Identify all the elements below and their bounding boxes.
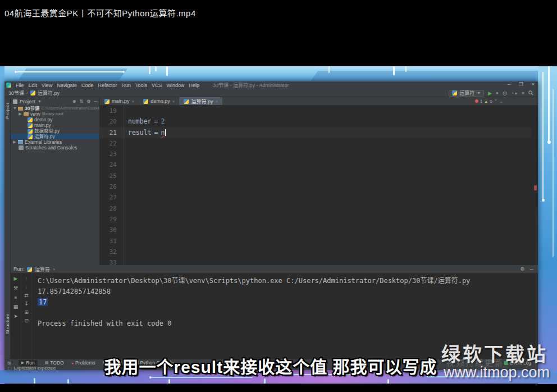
- next-error-icon[interactable]: ⌄: [499, 99, 503, 104]
- editor-gutter: 19 20 21 22 23 24 25 26 27 28 29 30 31 3…: [100, 106, 124, 265]
- tree-item-external-libraries[interactable]: ▶ External Libraries: [11, 139, 99, 145]
- settings-gear-icon[interactable]: ⚙: [86, 99, 90, 104]
- restore-layout-icon[interactable]: ▦: [13, 304, 19, 309]
- minimize-button[interactable]: –: [508, 81, 510, 87]
- tree-item-project-root[interactable]: ▼ 30节课 C:\Users\Administrator\Desktop\30…: [11, 106, 99, 111]
- pycharm-window: File Edit View Navigate Code Refactor Ru…: [4, 81, 538, 370]
- expand-arrow-icon[interactable]: ▼: [13, 106, 16, 111]
- close-tab-icon[interactable]: ×: [172, 99, 175, 104]
- editor-area: main.py × demo.py × 运算符.py × 1 ▲: [100, 97, 538, 265]
- menu-file[interactable]: File: [16, 83, 24, 88]
- light-streak: [15, 71, 17, 73]
- python-file-icon: [28, 129, 33, 134]
- tab-operators-py[interactable]: 运算符.py ×: [179, 97, 222, 105]
- down-stack-trace-icon[interactable]: ↓: [25, 284, 28, 290]
- coverage-button[interactable]: ◎: [503, 90, 507, 96]
- run-panel-label: Run:: [13, 266, 24, 272]
- light-streak: [387, 379, 389, 384]
- settings-gear-icon[interactable]: ⚙: [521, 266, 525, 272]
- wrench-settings-icon[interactable]: ⚒: [13, 285, 18, 291]
- warning-triangle-icon: ▲: [484, 99, 488, 103]
- light-streak: [155, 66, 157, 71]
- python-file-icon: [28, 123, 33, 128]
- tab-demo-py[interactable]: demo.py ×: [139, 97, 179, 105]
- tree-item-demo-py[interactable]: demo.py: [11, 117, 99, 122]
- code-line-21: result=n: [128, 127, 166, 138]
- menu-navigate[interactable]: Navigate: [57, 83, 77, 88]
- tree-item-operators-py[interactable]: 运算符.py: [11, 134, 99, 139]
- video-title: 04航海王悬赏金PK丨不可不知Python运算符.mp4: [4, 7, 196, 19]
- light-streak: [67, 379, 69, 384]
- tool-window-project-button[interactable]: Project: [5, 103, 10, 118]
- run-tab-label[interactable]: 运算符: [35, 266, 50, 273]
- inspection-widget[interactable]: 1 ▲ 1 ⌃ ⌄: [475, 97, 503, 105]
- scratches-icon: [19, 145, 24, 150]
- tree-item-venv[interactable]: ▶ venv library root: [11, 111, 99, 117]
- menu-vcs[interactable]: VCS: [152, 83, 162, 88]
- menu-window[interactable]: Window: [167, 83, 185, 88]
- run-button[interactable]: ▶: [488, 90, 492, 96]
- tab-main-py[interactable]: main.py ×: [100, 97, 139, 105]
- locate-file-icon[interactable]: ⊕: [72, 99, 76, 104]
- scroll-to-end-icon[interactable]: ↧: [24, 301, 29, 307]
- python-file-icon: [28, 134, 33, 139]
- close-tab-icon[interactable]: ×: [53, 267, 56, 272]
- chevron-down-icon: ▼: [38, 99, 42, 103]
- up-stack-trace-icon[interactable]: ↑: [25, 276, 28, 281]
- tree-item-scratches[interactable]: Scratches and Consoles: [11, 145, 99, 151]
- window-title: 30节课 - 运算符.py - Administrator: [213, 81, 289, 89]
- breadcrumb-file[interactable]: 运算符.py: [38, 89, 60, 97]
- tree-item-main-py[interactable]: main.py: [11, 122, 99, 128]
- profiler-button[interactable]: ◔▼: [511, 90, 518, 96]
- tree-item-datatypes-py[interactable]: 数据类型.py: [11, 128, 99, 134]
- menu-edit[interactable]: Edit: [29, 83, 38, 88]
- watermark-site-name: 绿软下载站: [441, 339, 548, 367]
- collapse-all-icon[interactable]: ⇅: [79, 99, 83, 104]
- clear-console-icon[interactable]: ⊟: [24, 318, 29, 323]
- stop-button[interactable]: ■: [522, 90, 524, 95]
- hide-panel-icon[interactable]: ─: [94, 99, 97, 104]
- error-stripe-mark[interactable]: [534, 185, 537, 190]
- bg-shape: [19, 69, 127, 80]
- light-streak: [328, 66, 330, 73]
- python-file-icon: [104, 99, 109, 104]
- pin-icon[interactable]: ➤: [13, 313, 18, 319]
- menu-tools[interactable]: Tools: [135, 83, 147, 88]
- menu-code[interactable]: Code: [81, 83, 94, 88]
- bg-top-band: [0, 66, 557, 82]
- tool-window-structure-button[interactable]: Structure: [5, 313, 10, 334]
- stop-button[interactable]: ■: [15, 295, 17, 300]
- hide-panel-icon[interactable]: ─: [530, 266, 533, 272]
- debug-button[interactable]: ●: [496, 90, 499, 95]
- project-panel-header: Project ▼ ⊕ ⇅ ⚙ ─: [11, 97, 99, 106]
- code-line-20: number=2: [128, 116, 165, 127]
- navigation-bar: 30节课 › 运算符.py 运算符 ▼ ▶ ● ◎ ◔▼ ■: [4, 89, 538, 97]
- light-streak: [149, 66, 150, 74]
- menu-help[interactable]: Help: [189, 83, 200, 88]
- print-icon[interactable]: ⊞: [24, 309, 29, 315]
- light-streak: [393, 66, 395, 75]
- menu-refactor[interactable]: Refactor: [98, 83, 117, 88]
- project-panel-title[interactable]: Project: [20, 99, 35, 104]
- search-everywhere-icon[interactable]: [528, 90, 533, 95]
- close-tab-icon[interactable]: ×: [132, 99, 135, 104]
- editor-scrollbar[interactable]: [532, 105, 538, 265]
- expand-arrow-icon[interactable]: ▶: [19, 111, 22, 117]
- close-tab-icon[interactable]: ×: [215, 99, 218, 104]
- run-config-select[interactable]: 运算符 ▼: [449, 90, 484, 97]
- prev-error-icon[interactable]: ⌃: [494, 99, 498, 104]
- python-file-icon: [30, 90, 35, 95]
- expand-arrow-icon[interactable]: ▶: [13, 139, 16, 145]
- run-toolbar-console: ↑ ↓ ⇄ ↧ ⊞ ⊟: [21, 274, 32, 359]
- rerun-button[interactable]: ▶: [14, 276, 18, 281]
- chevron-down-icon: ▼: [514, 92, 518, 95]
- soft-wrap-icon[interactable]: ⇄: [24, 293, 29, 298]
- close-button[interactable]: ×: [532, 81, 535, 87]
- light-streak: [548, 66, 550, 142]
- breadcrumb-folder[interactable]: 30节课: [8, 89, 24, 97]
- menu-run[interactable]: Run: [121, 83, 131, 88]
- maximize-button[interactable]: ❐: [519, 81, 523, 87]
- menu-view[interactable]: View: [42, 83, 52, 88]
- light-streak: [168, 379, 170, 384]
- code-editor[interactable]: 19 20 21 22 23 24 25 26 27 28 29 30 31 3…: [100, 105, 538, 265]
